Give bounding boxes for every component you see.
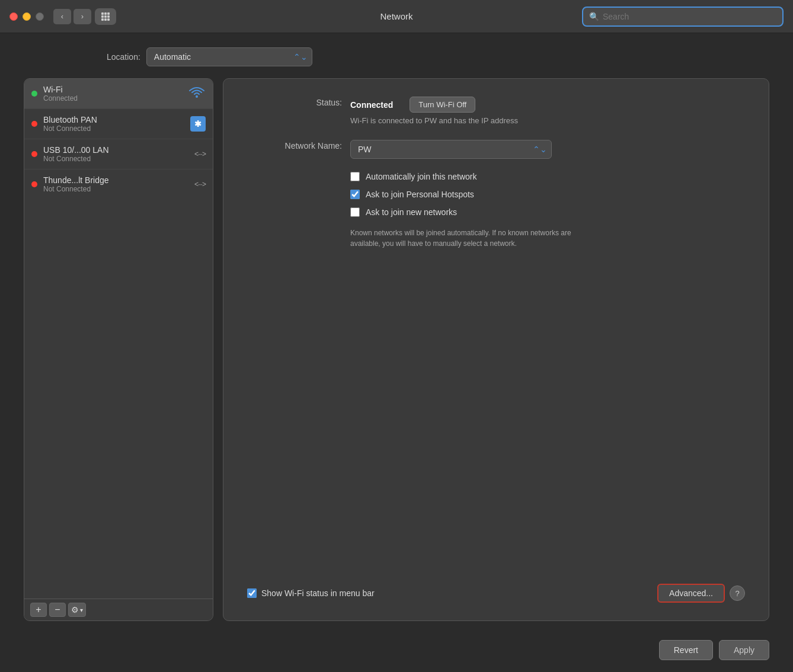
checkbox-hint: Known networks will be joined automatica…	[350, 228, 599, 249]
wifi-info: Wi-Fi Connected	[43, 85, 188, 103]
show-wifi-label: Show Wi-Fi status in menu bar	[261, 588, 375, 598]
thunderbolt-name: Thunde...lt Bridge	[43, 175, 194, 185]
advanced-button[interactable]: Advanced...	[657, 584, 725, 603]
bluetooth-info: Bluetooth PAN Not Connected	[43, 115, 190, 133]
gear-icon: ⚙	[71, 605, 79, 615]
forward-button[interactable]: ›	[73, 9, 91, 24]
network-name-select-wrapper: PW ⌃⌄	[350, 140, 552, 159]
show-wifi-row: Show Wi-Fi status in menu bar	[247, 588, 375, 598]
svg-rect-5	[107, 15, 110, 18]
status-dot-green	[31, 91, 37, 97]
svg-rect-1	[104, 12, 107, 15]
location-select[interactable]: Automatic	[146, 47, 312, 66]
svg-rect-7	[104, 18, 107, 21]
bluetooth-icon: ✱	[190, 116, 206, 132]
location-select-wrapper: Automatic ⌃⌄	[146, 47, 312, 66]
usb-status: Not Connected	[43, 155, 194, 163]
search-bar[interactable]: 🔍	[582, 7, 784, 27]
gear-button[interactable]: ⚙ ▾	[68, 603, 86, 617]
turn-wifi-off-button[interactable]: Turn Wi-Fi Off	[410, 97, 475, 113]
status-row: Status: Connected Turn Wi-Fi Off Wi-Fi i…	[247, 97, 745, 127]
grid-button[interactable]	[95, 8, 116, 25]
show-wifi-checkbox[interactable]	[247, 588, 257, 598]
personal-hotspot-checkbox[interactable]	[350, 190, 360, 199]
detail-panel: Status: Connected Turn Wi-Fi Off Wi-Fi i…	[223, 78, 769, 621]
back-button[interactable]: ‹	[53, 9, 71, 24]
remove-network-button[interactable]: −	[49, 603, 66, 617]
location-label: Location:	[107, 52, 140, 62]
svg-rect-6	[101, 18, 104, 21]
status-dot-red-tb	[31, 181, 37, 187]
location-row: Location: Automatic ⌃⌄	[24, 47, 769, 66]
thunderbolt-status: Not Connected	[43, 185, 194, 193]
personal-hotspot-row: Ask to join Personal Hotspots	[350, 190, 745, 199]
fullscreen-button[interactable]	[36, 12, 44, 21]
svg-rect-4	[104, 15, 107, 18]
gear-chevron-icon: ▾	[80, 607, 83, 613]
wifi-status: Connected	[43, 94, 188, 103]
status-description: Wi-Fi is connected to PW and has the IP …	[350, 115, 518, 127]
new-networks-label: Ask to join new networks	[366, 207, 457, 217]
apply-button[interactable]: Apply	[719, 640, 769, 660]
main-content: Location: Automatic ⌃⌄ Wi-Fi Connected	[0, 33, 793, 631]
network-name-row: Network Name: PW ⌃⌄	[247, 140, 745, 159]
sidebar-item-thunderbolt[interactable]: Thunde...lt Bridge Not Connected <···>	[24, 169, 213, 199]
svg-rect-2	[107, 12, 110, 15]
sidebar: Wi-Fi Connected	[24, 78, 213, 621]
new-networks-row: Ask to join new networks	[350, 207, 745, 217]
thunderbolt-dots-icon: <···>	[194, 180, 206, 188]
detail-bottom: Show Wi-Fi status in menu bar Advanced..…	[247, 584, 745, 603]
help-button[interactable]: ?	[730, 585, 745, 601]
bluetooth-name: Bluetooth PAN	[43, 115, 190, 124]
minimize-button[interactable]	[23, 12, 31, 21]
bottom-actions: Revert Apply	[0, 631, 793, 672]
svg-rect-0	[101, 12, 104, 15]
wifi-icon	[188, 85, 206, 103]
svg-point-9	[196, 95, 198, 98]
add-network-button[interactable]: +	[30, 603, 47, 617]
status-value-block: Connected Turn Wi-Fi Off Wi-Fi is connec…	[350, 97, 518, 127]
personal-hotspot-label: Ask to join Personal Hotspots	[366, 190, 474, 199]
sidebar-item-wifi[interactable]: Wi-Fi Connected	[24, 79, 213, 109]
titlebar: ‹ › Network 🔍	[0, 0, 793, 33]
new-networks-checkbox[interactable]	[350, 207, 360, 217]
status-dot-red-usb	[31, 151, 37, 157]
revert-button[interactable]: Revert	[659, 640, 713, 660]
svg-rect-8	[107, 18, 110, 21]
two-column-layout: Wi-Fi Connected	[24, 78, 769, 621]
auto-join-label: Automatically join this network	[366, 172, 477, 181]
wifi-name: Wi-Fi	[43, 85, 188, 94]
close-button[interactable]	[9, 12, 18, 21]
auto-join-checkbox[interactable]	[350, 172, 360, 181]
sidebar-toolbar: + − ⚙ ▾	[24, 599, 213, 620]
network-list: Wi-Fi Connected	[24, 79, 213, 599]
status-value: Connected	[350, 100, 393, 110]
auto-join-row: Automatically join this network	[350, 172, 745, 181]
window-title: Network	[380, 11, 413, 21]
network-name-select[interactable]: PW	[350, 140, 552, 159]
usb-dots-icon: <···>	[194, 150, 206, 158]
network-name-label: Network Name:	[247, 140, 342, 151]
status-label: Status:	[247, 97, 342, 107]
usb-info: USB 10/...00 LAN Not Connected	[43, 145, 194, 163]
traffic-lights	[9, 12, 44, 21]
search-input[interactable]	[603, 12, 776, 21]
bluetooth-status: Not Connected	[43, 124, 190, 133]
usb-name: USB 10/...00 LAN	[43, 145, 194, 155]
thunderbolt-info: Thunde...lt Bridge Not Connected	[43, 175, 194, 193]
sidebar-item-usb[interactable]: USB 10/...00 LAN Not Connected <···>	[24, 139, 213, 169]
sidebar-item-bluetooth[interactable]: Bluetooth PAN Not Connected ✱	[24, 109, 213, 139]
search-icon: 🔍	[589, 12, 599, 21]
svg-rect-3	[101, 15, 104, 18]
status-dot-red-bt	[31, 121, 37, 127]
nav-buttons: ‹ ›	[53, 9, 91, 24]
